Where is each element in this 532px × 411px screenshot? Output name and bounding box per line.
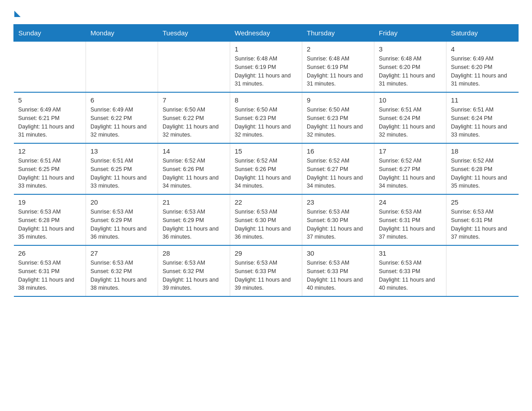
day-info: Sunrise: 6:52 AMSunset: 6:27 PMDaylight:… (307, 157, 369, 190)
logo-arrow-icon (14, 11, 21, 17)
day-info: Sunrise: 6:50 AMSunset: 6:22 PMDaylight:… (163, 106, 225, 139)
day-cell (14, 42, 86, 93)
day-cell: 22Sunrise: 6:53 AMSunset: 6:30 PMDayligh… (230, 194, 302, 245)
day-cell: 2Sunrise: 6:48 AMSunset: 6:19 PMDaylight… (302, 42, 374, 93)
day-cell: 19Sunrise: 6:53 AMSunset: 6:28 PMDayligh… (14, 194, 86, 245)
day-number: 8 (235, 96, 297, 104)
day-cell: 5Sunrise: 6:49 AMSunset: 6:21 PMDaylight… (14, 92, 86, 143)
day-cell: 8Sunrise: 6:50 AMSunset: 6:23 PMDaylight… (230, 92, 302, 143)
day-number: 13 (90, 147, 153, 155)
day-info: Sunrise: 6:53 AMSunset: 6:32 PMDaylight:… (90, 259, 153, 292)
day-number: 26 (18, 249, 82, 257)
header-cell-tuesday: Tuesday (158, 25, 230, 42)
page-header (13, 9, 519, 15)
day-number: 21 (163, 198, 225, 206)
day-number: 19 (18, 198, 82, 206)
day-info: Sunrise: 6:51 AMSunset: 6:24 PMDaylight:… (379, 106, 442, 139)
day-cell (158, 42, 230, 93)
calendar-table: SundayMondayTuesdayWednesdayThursdayFrid… (13, 24, 519, 297)
day-number: 28 (163, 249, 225, 257)
day-cell: 1Sunrise: 6:48 AMSunset: 6:19 PMDaylight… (230, 42, 302, 93)
day-cell: 30Sunrise: 6:53 AMSunset: 6:33 PMDayligh… (302, 245, 374, 296)
day-info: Sunrise: 6:52 AMSunset: 6:27 PMDaylight:… (379, 157, 442, 190)
day-number: 24 (379, 198, 442, 206)
day-number: 29 (235, 249, 297, 257)
day-info: Sunrise: 6:48 AMSunset: 6:19 PMDaylight:… (235, 55, 297, 88)
day-info: Sunrise: 6:51 AMSunset: 6:24 PMDaylight:… (451, 106, 514, 139)
day-info: Sunrise: 6:50 AMSunset: 6:23 PMDaylight:… (307, 106, 369, 139)
day-cell: 11Sunrise: 6:51 AMSunset: 6:24 PMDayligh… (446, 92, 519, 143)
calendar-body: 1Sunrise: 6:48 AMSunset: 6:19 PMDaylight… (14, 42, 519, 297)
day-cell: 10Sunrise: 6:51 AMSunset: 6:24 PMDayligh… (374, 92, 446, 143)
day-number: 23 (307, 198, 369, 206)
day-info: Sunrise: 6:52 AMSunset: 6:26 PMDaylight:… (235, 157, 297, 190)
day-info: Sunrise: 6:49 AMSunset: 6:22 PMDaylight:… (90, 106, 153, 139)
day-cell (86, 42, 158, 93)
day-cell: 7Sunrise: 6:50 AMSunset: 6:22 PMDaylight… (158, 92, 230, 143)
day-number: 12 (18, 147, 82, 155)
day-number: 6 (90, 96, 153, 104)
day-info: Sunrise: 6:53 AMSunset: 6:32 PMDaylight:… (163, 259, 225, 292)
day-cell: 18Sunrise: 6:52 AMSunset: 6:28 PMDayligh… (446, 143, 519, 194)
day-number: 7 (163, 96, 225, 104)
week-row-4: 19Sunrise: 6:53 AMSunset: 6:28 PMDayligh… (14, 194, 519, 245)
day-number: 15 (235, 147, 297, 155)
day-cell: 20Sunrise: 6:53 AMSunset: 6:29 PMDayligh… (86, 194, 158, 245)
header-cell-monday: Monday (86, 25, 158, 42)
week-row-5: 26Sunrise: 6:53 AMSunset: 6:31 PMDayligh… (14, 245, 519, 296)
day-info: Sunrise: 6:53 AMSunset: 6:33 PMDaylight:… (307, 259, 369, 292)
header-cell-thursday: Thursday (302, 25, 374, 42)
header-cell-wednesday: Wednesday (230, 25, 302, 42)
day-number: 1 (235, 45, 297, 53)
day-number: 27 (90, 249, 153, 257)
day-info: Sunrise: 6:53 AMSunset: 6:31 PMDaylight:… (379, 208, 442, 241)
day-info: Sunrise: 6:53 AMSunset: 6:33 PMDaylight:… (379, 259, 442, 292)
header-cell-friday: Friday (374, 25, 446, 42)
day-cell (446, 245, 519, 296)
day-cell: 16Sunrise: 6:52 AMSunset: 6:27 PMDayligh… (302, 143, 374, 194)
day-info: Sunrise: 6:53 AMSunset: 6:31 PMDaylight:… (18, 259, 82, 292)
day-cell: 25Sunrise: 6:53 AMSunset: 6:31 PMDayligh… (446, 194, 519, 245)
day-cell: 12Sunrise: 6:51 AMSunset: 6:25 PMDayligh… (14, 143, 86, 194)
day-number: 30 (307, 249, 369, 257)
day-number: 20 (90, 198, 153, 206)
day-cell: 23Sunrise: 6:53 AMSunset: 6:30 PMDayligh… (302, 194, 374, 245)
day-info: Sunrise: 6:53 AMSunset: 6:30 PMDaylight:… (235, 208, 297, 241)
day-info: Sunrise: 6:51 AMSunset: 6:25 PMDaylight:… (90, 157, 153, 190)
day-cell: 17Sunrise: 6:52 AMSunset: 6:27 PMDayligh… (374, 143, 446, 194)
day-cell: 28Sunrise: 6:53 AMSunset: 6:32 PMDayligh… (158, 245, 230, 296)
day-number: 10 (379, 96, 442, 104)
day-info: Sunrise: 6:52 AMSunset: 6:28 PMDaylight:… (451, 157, 514, 190)
day-info: Sunrise: 6:51 AMSunset: 6:25 PMDaylight:… (18, 157, 82, 190)
week-row-1: 1Sunrise: 6:48 AMSunset: 6:19 PMDaylight… (14, 42, 519, 93)
day-cell: 6Sunrise: 6:49 AMSunset: 6:22 PMDaylight… (86, 92, 158, 143)
header-cell-sunday: Sunday (14, 25, 86, 42)
week-row-3: 12Sunrise: 6:51 AMSunset: 6:25 PMDayligh… (14, 143, 519, 194)
day-cell: 15Sunrise: 6:52 AMSunset: 6:26 PMDayligh… (230, 143, 302, 194)
day-cell: 14Sunrise: 6:52 AMSunset: 6:26 PMDayligh… (158, 143, 230, 194)
day-info: Sunrise: 6:48 AMSunset: 6:20 PMDaylight:… (379, 55, 442, 88)
day-cell: 31Sunrise: 6:53 AMSunset: 6:33 PMDayligh… (374, 245, 446, 296)
day-number: 25 (451, 198, 514, 206)
day-info: Sunrise: 6:53 AMSunset: 6:33 PMDaylight:… (235, 259, 297, 292)
day-cell: 4Sunrise: 6:49 AMSunset: 6:20 PMDaylight… (446, 42, 519, 93)
day-cell: 27Sunrise: 6:53 AMSunset: 6:32 PMDayligh… (86, 245, 158, 296)
logo (13, 9, 21, 15)
day-number: 2 (307, 45, 369, 53)
calendar-header: SundayMondayTuesdayWednesdayThursdayFrid… (14, 25, 519, 42)
day-info: Sunrise: 6:53 AMSunset: 6:31 PMDaylight:… (451, 208, 514, 241)
day-info: Sunrise: 6:53 AMSunset: 6:29 PMDaylight:… (163, 208, 225, 241)
day-info: Sunrise: 6:52 AMSunset: 6:26 PMDaylight:… (163, 157, 225, 190)
day-cell: 29Sunrise: 6:53 AMSunset: 6:33 PMDayligh… (230, 245, 302, 296)
header-cell-saturday: Saturday (446, 25, 519, 42)
day-cell: 24Sunrise: 6:53 AMSunset: 6:31 PMDayligh… (374, 194, 446, 245)
day-number: 17 (379, 147, 442, 155)
day-cell: 26Sunrise: 6:53 AMSunset: 6:31 PMDayligh… (14, 245, 86, 296)
day-number: 11 (451, 96, 514, 104)
day-info: Sunrise: 6:53 AMSunset: 6:30 PMDaylight:… (307, 208, 369, 241)
day-info: Sunrise: 6:53 AMSunset: 6:28 PMDaylight:… (18, 208, 82, 241)
header-row: SundayMondayTuesdayWednesdayThursdayFrid… (14, 25, 519, 42)
day-cell: 3Sunrise: 6:48 AMSunset: 6:20 PMDaylight… (374, 42, 446, 93)
day-cell: 9Sunrise: 6:50 AMSunset: 6:23 PMDaylight… (302, 92, 374, 143)
day-number: 14 (163, 147, 225, 155)
